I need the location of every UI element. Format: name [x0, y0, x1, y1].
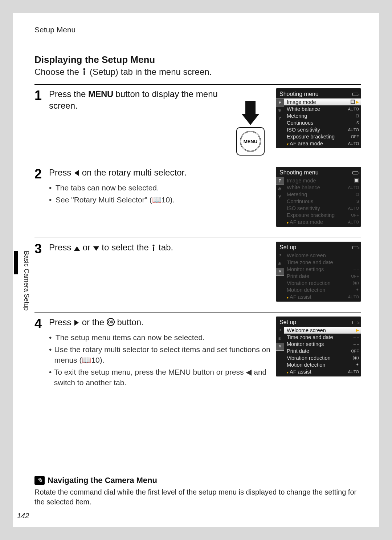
screen-tab: ❄	[276, 260, 284, 268]
chevron-down-icon: ▾	[287, 370, 289, 374]
step-3-head-pre: Press	[49, 242, 74, 252]
menu-row: Vibration reduction(◉)	[284, 279, 361, 286]
step-4-bullet-0: The setup menu items can now be selected…	[56, 333, 205, 343]
side-tab-label: Basic Camera Setup	[23, 251, 30, 311]
menu-row: Motion detection✦	[284, 286, 361, 293]
battery-icon	[352, 321, 358, 324]
step-4-head-mid: or the	[79, 317, 107, 327]
screen-tab: Y	[276, 193, 284, 201]
pencil-icon: ✎	[34, 476, 45, 485]
note-block: ✎ Navigating the Camera Menu Rotate the …	[34, 472, 361, 507]
chevron-down-icon: ▾	[287, 142, 289, 146]
running-head: Setup Menu	[34, 25, 361, 34]
up-triangle-icon	[74, 242, 80, 254]
screen-setup-dim: Set upP❄YWelcome screen– –Time zone and …	[276, 242, 361, 302]
svg-text:OK: OK	[108, 320, 114, 324]
menu-button-illustration: MENU	[230, 101, 270, 156]
step-4-num: 4	[34, 317, 49, 330]
step-2-bullets: The tabs can now be selected. See "Rotar…	[49, 183, 271, 205]
menu-row: ISO sensitivityAUTO	[284, 126, 361, 133]
step-2-num: 2	[34, 167, 49, 181]
screen-tab: ❄	[276, 185, 284, 193]
step-1: 1 Press the MENU button to display the m…	[34, 84, 361, 158]
step-2: 2 Press on the rotary multi selector. Th…	[34, 163, 361, 233]
screen-shooting-dim: Shooting menuP❄YImage mode🔲White balance…	[276, 167, 361, 227]
menu-word: MENU	[88, 89, 113, 99]
step-1-head: Press the MENU button to display the men…	[49, 88, 226, 112]
menu-row: White balanceAUTO	[284, 184, 361, 191]
screen-title: Set up	[279, 244, 296, 251]
screen-title: Set up	[279, 319, 296, 326]
step-2-bullet-1: See "Rotary Multi Selector" (📖10).	[56, 195, 175, 205]
menu-row: ▾AF area modeAUTO	[284, 140, 361, 147]
lead-pre: Choose the	[34, 67, 81, 77]
battery-icon	[352, 93, 358, 96]
screen-tab: P	[276, 327, 284, 335]
section-lead: Choose the (Setup) tab in the menu scree…	[34, 67, 361, 78]
section-title: Displaying the Setup Menu	[34, 54, 361, 65]
menu-row: White balanceAUTO	[284, 105, 361, 112]
menu-row: Time zone and date– –	[284, 334, 361, 340]
screen-setup-active: Set upP❄YWelcome screen– –▶Time zone and…	[276, 317, 361, 376]
step-3-num: 3	[34, 242, 49, 255]
screen-tab: P	[276, 252, 284, 260]
menu-row: ▾AF area modeAUTO	[284, 218, 361, 225]
screen-tab: Y	[276, 343, 284, 351]
screen-tab: Y	[276, 268, 284, 276]
step-2-head-pre: Press	[49, 168, 74, 177]
page-number: 142	[17, 512, 29, 520]
menu-row: Metering◻	[284, 112, 361, 119]
note-text: Rotate the command dial while the first …	[34, 487, 361, 507]
screen-title: Shooting menu	[279, 91, 319, 97]
step-4-bullets: The setup menu items can now be selected…	[49, 333, 271, 388]
menu-row: Exposure bracketingOFF	[284, 133, 361, 140]
lead-post: (Setup) tab in the menu screen.	[90, 67, 212, 77]
menu-row: Image mode🔲▶	[284, 98, 361, 105]
menu-button-label: MENU	[240, 131, 261, 152]
step-4-head-pre: Press	[49, 317, 74, 327]
menu-row: Print dateOFF	[284, 347, 361, 354]
step-1-num: 1	[34, 88, 49, 102]
menu-row: Time zone and date– –	[284, 259, 361, 266]
side-tab: Basic Camera Setup	[14, 251, 32, 334]
screen-tab: Y	[276, 114, 284, 122]
battery-icon	[352, 171, 358, 174]
wrench-icon	[151, 242, 156, 254]
screen-title: Shooting menu	[279, 169, 319, 176]
left-triangle-icon	[74, 168, 79, 179]
chevron-down-icon: ▾	[287, 221, 289, 225]
menu-row: Motion detection✦	[284, 361, 361, 368]
step-3-head-mid: or	[80, 242, 93, 252]
step-4-head-post: button.	[115, 317, 144, 327]
menu-row: Monitor settings– –	[284, 340, 361, 347]
step-2-head-post: on the rotary multi selector.	[79, 168, 187, 177]
note-title: Navigating the Camera Menu	[48, 476, 157, 485]
screen-tab: P	[276, 177, 284, 185]
menu-row: Exposure bracketingOFF	[284, 211, 361, 218]
step-4-bullet-2: To exit the setup menu, press the MENU b…	[54, 367, 271, 388]
step-4-bullet-1: Use the rotary multi selector to select …	[54, 344, 271, 366]
ok-button-icon: OK	[107, 317, 115, 329]
step-3-head: Press or to select the tab.	[49, 242, 271, 254]
screen-tab: P	[276, 98, 284, 106]
menu-row: Monitor settings– –	[284, 266, 361, 273]
menu-row: ContinuousS	[284, 119, 361, 126]
step-1-head-pre: Press the	[49, 89, 88, 99]
step-4: 4 Press or the OK button. The setup menu…	[34, 313, 361, 392]
battery-icon	[352, 246, 358, 249]
menu-row: Welcome screen– –▶	[284, 327, 361, 334]
step-3: 3 Press or to select the tab. Set upP❄YW…	[34, 238, 361, 307]
menu-row: Welcome screen– –	[284, 252, 361, 259]
menu-row: Image mode🔲	[284, 177, 361, 184]
menu-row: Print dateOFF	[284, 273, 361, 279]
menu-row: ISO sensitivityAUTO	[284, 205, 361, 211]
right-triangle-icon	[74, 317, 79, 329]
wrench-icon	[81, 68, 87, 78]
step-4-head: Press or the OK button.	[49, 317, 271, 329]
chevron-down-icon: ▾	[287, 295, 289, 299]
screen-tab: ❄	[276, 335, 284, 343]
menu-row: ▾AF assistAUTO	[284, 368, 361, 375]
step-3-head-end: tab.	[156, 242, 173, 252]
menu-row: Metering◻	[284, 191, 361, 198]
step-2-bullet-0: The tabs can now be selected.	[56, 183, 159, 193]
